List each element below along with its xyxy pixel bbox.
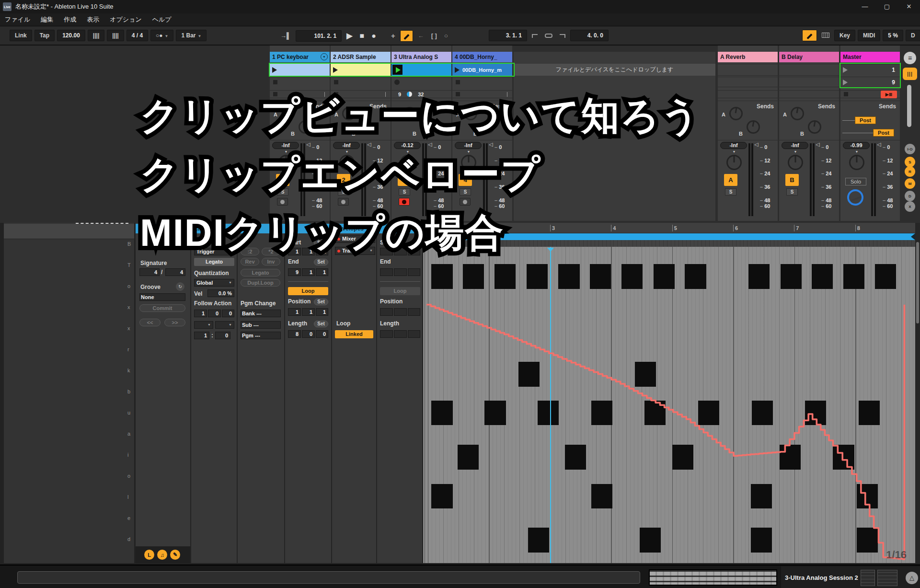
commit-button[interactable]: Commit xyxy=(139,304,185,312)
hamburger-icon[interactable]: ≡ xyxy=(904,52,916,64)
send-a-knob[interactable] xyxy=(403,107,416,120)
chevron-down-icon[interactable]: ▼ xyxy=(321,53,328,60)
length-sixteenths[interactable]: 0 xyxy=(316,330,328,338)
track-header[interactable]: 4 00DB_Horny_ xyxy=(452,52,512,62)
solo-button[interactable]: S xyxy=(399,188,410,196)
clip-slot[interactable] xyxy=(270,77,330,87)
notes-tab-icon[interactable]: ♫ xyxy=(157,550,167,560)
velocity-field[interactable]: 0.0 % xyxy=(207,289,234,297)
end-bars[interactable]: 9 xyxy=(288,268,301,276)
send-b-knob[interactable] xyxy=(299,120,312,134)
play-button[interactable]: ▶ xyxy=(344,30,355,42)
menu-item[interactable]: ファイル xyxy=(5,15,30,24)
groove-chooser[interactable]: None xyxy=(139,293,185,301)
arm-button[interactable] xyxy=(338,198,349,206)
stop-all-clips-button[interactable]: ▶≣ xyxy=(881,91,897,98)
volume-field[interactable]: -Inf xyxy=(272,142,299,149)
menu-item[interactable]: 編集 xyxy=(41,15,53,24)
follow-chance-b[interactable]: 0 xyxy=(215,332,230,339)
position-set-button[interactable]: Set xyxy=(314,299,328,305)
env-end-sixteenths[interactable] xyxy=(408,268,420,276)
signature-numerator[interactable]: 4 xyxy=(139,268,160,276)
clip-box-title[interactable]: Clip xyxy=(136,224,189,233)
time-signature-field[interactable]: 4 / 4 xyxy=(126,30,148,41)
loop-length-field[interactable]: 4. 0. 0 xyxy=(570,30,609,41)
session-scrollbar[interactable] xyxy=(907,85,911,127)
punch-in-icon[interactable] xyxy=(529,31,540,41)
envelopes-box-title[interactable]: Envelopes xyxy=(332,224,422,233)
start-beats[interactable]: 1 xyxy=(302,248,315,255)
send-b-knob[interactable] xyxy=(359,120,373,134)
track-header[interactable]: B Delay xyxy=(779,52,839,62)
clip-playing-icon[interactable] xyxy=(392,65,402,75)
track-header[interactable]: 2 ADSR Sample xyxy=(331,52,391,62)
volume-field[interactable]: -Inf xyxy=(333,142,360,149)
position-beats[interactable]: 1 xyxy=(302,308,315,316)
fader-handle[interactable]: ◁ xyxy=(754,141,758,148)
clip-stop-icon[interactable] xyxy=(273,80,277,84)
fader-handle[interactable]: ◁ xyxy=(816,141,819,148)
duplicate-loop-button[interactable]: Dupl.Loop xyxy=(241,279,280,287)
draw-mode-button[interactable] xyxy=(802,30,817,41)
end-set-button[interactable]: Set xyxy=(314,259,328,265)
post-pre-toggle[interactable]: Post xyxy=(873,129,894,137)
send-a-knob[interactable] xyxy=(729,107,743,120)
fader-handle[interactable]: ◁ xyxy=(306,141,310,148)
clip-play-icon[interactable] xyxy=(272,67,277,73)
solo-button[interactable]: S xyxy=(460,188,471,196)
computer-midi-keyboard-button[interactable] xyxy=(819,31,832,41)
clip-view-toggle-icon[interactable]: ||| xyxy=(903,68,917,80)
clip-slot[interactable] xyxy=(270,64,330,76)
cue-volume-knob[interactable] xyxy=(847,189,863,206)
session-record-button[interactable]: [ ] xyxy=(429,31,439,41)
solo-button[interactable]: S xyxy=(277,188,288,196)
scene-slot[interactable]: 9 xyxy=(840,77,900,87)
clip-stop-icon[interactable] xyxy=(273,92,277,96)
menu-item[interactable]: 表示 xyxy=(87,15,99,24)
send-a-knob[interactable] xyxy=(342,107,356,120)
follow-time-bars[interactable]: 1 xyxy=(194,310,207,317)
clip-slot[interactable] xyxy=(331,77,391,87)
send-b-knob[interactable] xyxy=(747,120,760,134)
clip-tab-clock-icon[interactable]: L xyxy=(144,550,154,560)
clip-slot[interactable] xyxy=(331,90,391,98)
stop-icon[interactable] xyxy=(844,92,848,96)
clip-stop-icon[interactable] xyxy=(456,92,460,96)
notification-icon[interactable]: △ xyxy=(906,572,918,584)
volume-field[interactable]: -Inf xyxy=(455,142,482,149)
fader-handle[interactable]: ◁ xyxy=(428,141,432,148)
solo-button[interactable]: S xyxy=(725,188,736,196)
clip-play-icon[interactable] xyxy=(333,67,338,73)
env-position-beats[interactable] xyxy=(394,308,407,316)
solo-button[interactable]: S xyxy=(338,188,349,196)
sub-bank-chooser[interactable]: Sub --- xyxy=(241,321,281,329)
pan-knob[interactable] xyxy=(400,155,415,170)
env-end-beats[interactable] xyxy=(394,268,407,276)
key-map-button[interactable]: Key xyxy=(834,30,855,41)
chevron-down-icon[interactable]: ▼ xyxy=(198,34,202,38)
marker-lane[interactable] xyxy=(423,240,915,247)
clip-slot[interactable] xyxy=(452,90,512,98)
env-length-beats[interactable] xyxy=(394,330,407,338)
tap-tempo-button[interactable]: Tap xyxy=(34,30,55,41)
bank-chooser[interactable]: Bank --- xyxy=(241,310,281,317)
editor-scrollbar[interactable] xyxy=(915,223,920,563)
track-activator-button[interactable]: 4 xyxy=(459,174,472,186)
position-sixteenths[interactable]: 1 xyxy=(316,308,328,316)
clip-slot[interactable] xyxy=(391,77,451,87)
clip-slot[interactable]: 932 xyxy=(391,90,451,98)
nudge-down-button[interactable]: |||| xyxy=(88,30,104,41)
volume-envelope-curve[interactable] xyxy=(423,247,915,563)
re-enable-automation-button[interactable]: ← xyxy=(415,31,426,41)
nudge-back-button[interactable]: << xyxy=(139,319,161,326)
env-end-bars[interactable] xyxy=(380,268,393,276)
track-header[interactable]: A Reverb xyxy=(718,52,778,62)
solo-button[interactable]: S xyxy=(786,188,798,196)
clip-slot[interactable] xyxy=(391,64,451,76)
mixer-toggle-D[interactable]: D xyxy=(905,191,915,201)
clip-slot[interactable]: 00DB_Horny_m xyxy=(452,64,512,76)
send-b-knob[interactable] xyxy=(808,120,821,134)
nudge-forward-button[interactable]: >> xyxy=(164,319,185,326)
clip-stop-icon[interactable] xyxy=(456,80,460,84)
reverse-button[interactable]: Rev xyxy=(241,258,259,265)
